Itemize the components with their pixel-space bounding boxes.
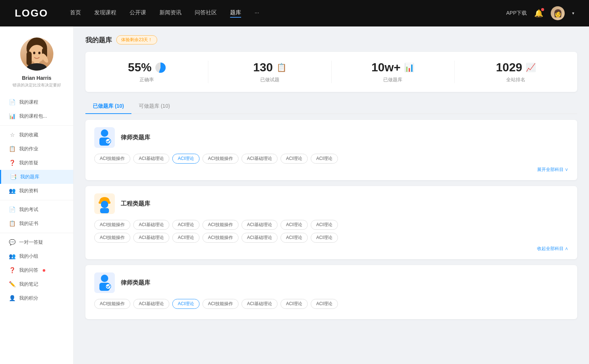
eng-tag-9[interactable]: ACI理论 [172, 233, 200, 243]
homework-icon: 📋 [9, 146, 15, 152]
stat-accuracy-value: 55% [128, 61, 152, 74]
svg-point-7 [38, 52, 40, 54]
l2-tag-3[interactable]: ACI技能操作 [202, 299, 239, 309]
stat-accuracy-label: 正确率 [140, 76, 154, 83]
nav-qbank[interactable]: 题库 [230, 9, 241, 18]
page-title: 我的题库 [85, 36, 112, 44]
tag-3[interactable]: ACI技能操作 [202, 154, 239, 164]
stat-accuracy: 55% 正确率 [85, 61, 208, 83]
eng-tag-4[interactable]: ACI基础理论 [241, 220, 278, 230]
tag-4[interactable]: ACI基础理论 [241, 154, 278, 164]
sidebar-username: Brian Harris [22, 75, 51, 81]
eng-tag-7[interactable]: ACI技能操作 [94, 233, 130, 243]
qb-card-lawyer-2-title: 律师类题库 [121, 279, 150, 287]
notification-bell[interactable]: 🔔 [534, 9, 543, 18]
tab-available-banks[interactable]: 可做题库 (10) [131, 99, 177, 114]
tutoring-icon: 💬 [9, 239, 15, 246]
eng-tag-5[interactable]: ACI理论 [281, 220, 308, 230]
user-dropdown-chevron[interactable]: ▾ [572, 11, 574, 16]
l2-tag-4[interactable]: ACI基础理论 [241, 299, 278, 309]
eng-tag-12[interactable]: ACI理论 [281, 233, 308, 243]
sidebar-item-my-qa[interactable]: ❓ 我的问答 [0, 263, 73, 277]
stat-ranking-label: 全站排名 [506, 76, 525, 83]
sidebar-item-points[interactable]: 👤 我的积分 [0, 291, 73, 305]
sidebar-item-materials[interactable]: 👥 我的资料 [0, 184, 73, 198]
l2-tag-2[interactable]: ACI理论 [172, 299, 200, 309]
qb-card-lawyer-1-header: 律师类题库 [94, 127, 568, 148]
qb-card-lawyer-1-expand[interactable]: 展开全部科目 ∨ [94, 167, 568, 173]
exams-icon: 📄 [9, 206, 15, 213]
sidebar-item-notes[interactable]: ✏️ 我的笔记 [0, 277, 73, 291]
sidebar-item-groups[interactable]: 👥 我的小组 [0, 249, 73, 263]
eng-tag-10[interactable]: ACI技能操作 [202, 233, 239, 243]
my-courses-icon: 📄 [9, 99, 15, 106]
question-bank-icon: 📑 [10, 174, 17, 180]
tag-0[interactable]: ACI技能操作 [94, 154, 130, 164]
tab-done-banks[interactable]: 已做题库 (10) [85, 99, 131, 114]
l2-tag-1[interactable]: ACI基础理论 [133, 299, 169, 309]
tag-2[interactable]: ACI理论 [172, 154, 200, 164]
engineer-avatar-icon [96, 194, 113, 213]
l2-tag-5[interactable]: ACI理论 [281, 299, 308, 309]
lawyer-avatar-icon [96, 128, 113, 147]
l2-tag-6[interactable]: ACI理论 [311, 299, 338, 309]
sidebar-menu: 📄 我的课程 📊 我的课程包... ☆ 我的收藏 📋 我的作业 ❓ 我的答疑 � [0, 95, 73, 305]
qb-card-engineer-tags-row2: ACI技能操作 ACI基础理论 ACI理论 ACI技能操作 ACI基础理论 AC… [94, 233, 568, 243]
list-icon: 📊 [404, 63, 414, 72]
stat-done-questions-top: 130 📋 [253, 61, 286, 74]
eng-tag-8[interactable]: ACI基础理论 [133, 233, 169, 243]
navbar: LOGO 首页 发现课程 公开课 新闻资讯 问答社区 题库 ··· APP下载 … [0, 0, 589, 26]
eng-tag-6[interactable]: ACI理论 [311, 220, 338, 230]
eng-tag-1[interactable]: ACI基础理论 [133, 220, 169, 230]
user-avatar[interactable]: 👩 [551, 6, 565, 20]
eng-tag-2[interactable]: ACI理论 [172, 220, 200, 230]
eng-tag-11[interactable]: ACI基础理论 [241, 233, 278, 243]
app-download-button[interactable]: APP下载 [506, 10, 527, 17]
trial-badge: 体验剩余23天！ [116, 35, 157, 44]
nav-more[interactable]: ··· [254, 9, 259, 18]
nav-courses[interactable]: 发现课程 [94, 9, 116, 18]
stat-accuracy-top: 55% [128, 61, 166, 74]
sidebar-item-course-packages[interactable]: 📊 我的课程包... [0, 109, 73, 123]
sidebar-item-qa[interactable]: ❓ 我的答疑 [0, 156, 73, 170]
svg-point-6 [33, 52, 35, 54]
nav-news[interactable]: 新闻资讯 [159, 9, 181, 18]
page-wrapper: Brian Harris 错误的决定比没有决定要好 📄 我的课程 📊 我的课程包… [0, 0, 589, 364]
sidebar-item-question-bank[interactable]: 📑 我的题库 [0, 170, 73, 184]
materials-icon: 👥 [9, 188, 15, 194]
tag-5[interactable]: ACI理论 [281, 154, 308, 164]
sidebar-item-favorites[interactable]: ☆ 我的收藏 [0, 128, 73, 142]
tag-6[interactable]: ACI理论 [311, 154, 338, 164]
my-qa-icon: ❓ [9, 267, 15, 274]
qb-card-lawyer-1: 律师类题库 ACI技能操作 ACI基础理论 ACI理论 ACI技能操作 ACI基… [85, 120, 577, 180]
notification-dot [541, 8, 544, 11]
stats-row: 55% 正确率 130 📋 已做试题 10w+ 📊 已做题库 [85, 52, 577, 92]
favorites-icon: ☆ [9, 132, 15, 138]
eng-tag-13[interactable]: ACI理论 [311, 233, 338, 243]
logo: LOGO [15, 7, 48, 19]
certificates-icon: 📋 [9, 220, 15, 227]
l2-tag-0[interactable]: ACI技能操作 [94, 299, 130, 309]
sidebar-item-my-courses[interactable]: 📄 我的课程 [0, 95, 73, 109]
nav-open-course[interactable]: 公开课 [130, 9, 146, 18]
sidebar-slogan: 错误的决定比没有决定要好 [13, 82, 61, 88]
sidebar-item-exams[interactable]: 📄 我的考试 [0, 203, 73, 217]
nav-home[interactable]: 首页 [70, 9, 81, 18]
eng-tag-3[interactable]: ACI技能操作 [202, 220, 239, 230]
qb-card-engineer: 工程类题库 ACI技能操作 ACI基础理论 ACI理论 ACI技能操作 ACI基… [85, 186, 577, 259]
nav-right: APP下载 🔔 👩 ▾ [506, 6, 574, 20]
nav-links: 首页 发现课程 公开课 新闻资讯 问答社区 题库 ··· [70, 9, 491, 18]
qb-card-engineer-collapse[interactable]: 收起全部科目 ∧ [94, 246, 568, 252]
sidebar-item-tutoring[interactable]: 💬 一对一答疑 [0, 235, 73, 249]
avatar-image [20, 38, 53, 71]
nav-qa[interactable]: 问答社区 [195, 9, 217, 18]
tag-1[interactable]: ACI基础理论 [133, 154, 169, 164]
eng-tag-0[interactable]: ACI技能操作 [94, 220, 130, 230]
stat-ranking: 1029 📈 全站排名 [455, 61, 577, 83]
stat-done-questions-label: 已做试题 [260, 76, 279, 83]
sidebar-item-certificates[interactable]: 📋 我的证书 [0, 217, 73, 231]
notes-icon: ✏️ [9, 281, 15, 288]
qb-card-engineer-tags-row1: ACI技能操作 ACI基础理论 ACI理论 ACI技能操作 ACI基础理论 AC… [94, 220, 568, 230]
sidebar-item-homework[interactable]: 📋 我的作业 [0, 142, 73, 156]
lawyer-1-avatar [94, 127, 115, 148]
